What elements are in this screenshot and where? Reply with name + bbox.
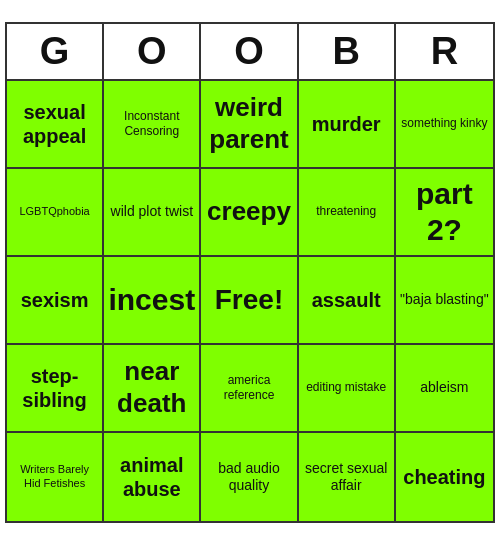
cell-8: threatening [299,169,396,257]
cell-18: editing mistake [299,345,396,433]
cell-2: weird parent [201,81,298,169]
cell-9: part 2? [396,169,493,257]
cell-14: "baja blasting" [396,257,493,345]
cell-17: america reference [201,345,298,433]
bingo-header: G O O B R [7,24,493,79]
cell-1: Inconstant Censoring [104,81,201,169]
header-g: G [7,24,104,79]
cell-0: sexual appeal [7,81,104,169]
bingo-grid: sexual appeal Inconstant Censoring weird… [7,79,493,521]
bingo-card: G O O B R sexual appeal Inconstant Censo… [5,22,495,523]
cell-6: wild plot twist [104,169,201,257]
cell-16: near death [104,345,201,433]
header-r: R [396,24,493,79]
cell-20: Writers Barely Hid Fetishes [7,433,104,521]
cell-3: murder [299,81,396,169]
cell-23: secret sexual affair [299,433,396,521]
cell-13: assault [299,257,396,345]
header-o1: O [104,24,201,79]
cell-12-free: Free! [201,257,298,345]
cell-11: incest [104,257,201,345]
cell-4: something kinky [396,81,493,169]
header-o2: O [201,24,298,79]
cell-24: cheating [396,433,493,521]
cell-10: sexism [7,257,104,345]
cell-22: bad audio quality [201,433,298,521]
header-b: B [299,24,396,79]
cell-15: step-sibling [7,345,104,433]
cell-21: animal abuse [104,433,201,521]
cell-19: ableism [396,345,493,433]
cell-5: LGBTQphobia [7,169,104,257]
cell-7: creepy [201,169,298,257]
